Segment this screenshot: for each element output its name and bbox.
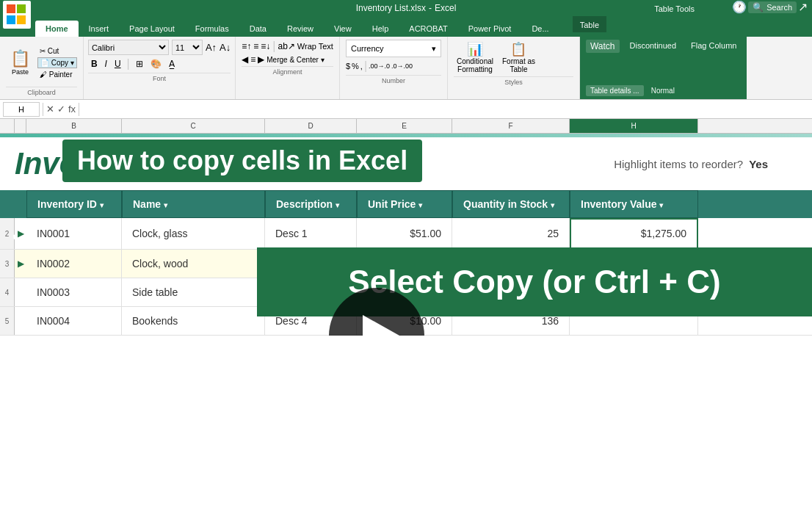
italic-button[interactable]: I xyxy=(102,58,110,70)
tab-insert[interactable]: Insert xyxy=(79,21,120,37)
share-icon[interactable]: ↗ xyxy=(798,0,808,14)
font-size-selector[interactable]: 11 xyxy=(172,40,203,55)
highlight-label: Highlight items to reorder? xyxy=(614,158,743,170)
header-inventory-id[interactable]: Inventory ID ▾ xyxy=(26,190,122,218)
comma-format-button[interactable]: , xyxy=(360,62,363,70)
tab-acrobat[interactable]: ACROBAT xyxy=(399,21,457,37)
font-grow-button[interactable]: A↑ xyxy=(206,42,217,53)
row-indicator: ▶ xyxy=(15,250,26,278)
col-header-f[interactable]: F xyxy=(452,119,570,133)
clock-icon[interactable]: 🕐 xyxy=(732,0,747,14)
cell-name[interactable]: Clock, glass xyxy=(122,218,265,249)
tab-page-layout[interactable]: Page Layout xyxy=(119,21,185,37)
header-unit-price[interactable]: Unit Price ▾ xyxy=(357,190,452,218)
row-indicator xyxy=(15,307,26,335)
cell-id[interactable]: IN0004 xyxy=(26,307,122,335)
clipboard-group: 📋 Paste ✂ Cut 📄 Copy ▾ 🖌 Painter Clipboa… xyxy=(0,37,84,99)
paste-button[interactable]: 📋 Paste xyxy=(6,48,35,77)
row-indicator xyxy=(15,278,26,306)
align-top-button[interactable]: ≡↑ xyxy=(242,41,251,51)
merge-center-button[interactable]: Merge & Center ▾ xyxy=(267,56,324,64)
highlight-value: Yes xyxy=(749,158,768,170)
search-label: Search xyxy=(766,3,792,12)
fill-color-button[interactable]: 🎨 xyxy=(148,58,164,70)
windows-logo[interactable] xyxy=(3,1,31,29)
conditional-formatting-button[interactable]: 📊 Conditional Formatting xyxy=(454,40,496,75)
dollar-format-button[interactable]: $ xyxy=(346,62,350,70)
align-bottom-button[interactable]: ≡↓ xyxy=(261,41,270,51)
tab-review[interactable]: Review xyxy=(277,21,324,37)
cell-qty[interactable]: 25 xyxy=(452,218,570,249)
table-details-button[interactable]: Table details ... xyxy=(586,85,644,96)
cell-price[interactable]: $51.00 xyxy=(357,218,452,249)
font-color-button[interactable]: A̲ xyxy=(166,58,178,70)
cell-name[interactable]: Clock, wood xyxy=(122,250,265,278)
cell-id[interactable]: IN0002 xyxy=(26,250,122,278)
font-selector[interactable]: Calibri xyxy=(88,40,169,55)
cell-reference-input[interactable] xyxy=(3,102,40,117)
align-left-button[interactable]: ◀ xyxy=(242,54,248,65)
decrease-decimal-button[interactable]: .00→.0 xyxy=(369,62,390,70)
tab-view[interactable]: View xyxy=(324,21,362,37)
header-quantity[interactable]: Quantity in Stock ▾ xyxy=(452,190,570,218)
format-painter-button[interactable]: 🖌 Painter xyxy=(37,70,77,79)
border-button[interactable]: ⊞ xyxy=(133,58,146,70)
font-shrink-button[interactable]: A↓ xyxy=(220,42,231,53)
watch-button[interactable]: Watch xyxy=(586,40,620,53)
title-bar-app: Excel xyxy=(435,3,456,13)
title-bar-separator: - xyxy=(429,3,432,13)
font-group: Calibri 11 A↑ A↓ B I U | ⊞ 🎨 A̲ Font xyxy=(84,37,236,99)
bold-button[interactable]: B xyxy=(88,58,101,70)
tab-data[interactable]: Data xyxy=(239,21,277,37)
tab-design[interactable]: De... xyxy=(521,21,559,37)
underline-button[interactable]: U xyxy=(112,58,124,70)
search-box[interactable]: 🔍 Search xyxy=(748,1,797,13)
table-tab[interactable]: Table xyxy=(580,21,599,29)
header-inventory-value[interactable]: Inventory Value ▾ xyxy=(570,190,698,218)
formula-cancel-icon[interactable]: ✕ xyxy=(46,104,54,115)
play-triangle xyxy=(363,315,399,336)
number-label: Number xyxy=(346,75,441,84)
formula-input[interactable]: =[@[Unit Price xyxy=(82,104,809,115)
cut-button[interactable]: ✂ Cut xyxy=(37,46,77,56)
formula-insert-icon[interactable]: fx xyxy=(68,104,76,115)
tab-home[interactable]: Home xyxy=(35,21,79,37)
cell-id[interactable]: IN0001 xyxy=(26,218,122,249)
format-as-table-button[interactable]: 📋 Format as Table xyxy=(499,40,538,75)
increase-decimal-button[interactable]: .0→.00 xyxy=(391,62,413,70)
copy-button[interactable]: 📄 Copy ▾ xyxy=(37,57,77,68)
formula-confirm-icon[interactable]: ✓ xyxy=(57,104,65,115)
flag-column-button[interactable]: Flag Column xyxy=(686,40,741,51)
tab-power-pivot[interactable]: Power Pivot xyxy=(458,21,522,37)
col-header-g[interactable]: H xyxy=(570,119,698,133)
align-center-button[interactable]: ≡ xyxy=(250,54,255,65)
formula-bar: ✕ ✓ fx =[@[Unit Price xyxy=(0,100,812,119)
cell-id[interactable]: IN0003 xyxy=(26,278,122,306)
alignment-group: ≡↑ ≡ ≡↓ | ab↗ Wrap Text ◀ ≡ ▶ Merge & Ce… xyxy=(236,37,340,99)
cell-desc[interactable]: Desc 1 xyxy=(265,218,357,249)
tab-help[interactable]: Help xyxy=(362,21,399,37)
percent-format-button[interactable]: % xyxy=(352,62,359,70)
table-tools-group: Watch Discontinued Flag Column Table det… xyxy=(580,37,747,99)
tab-formulas[interactable]: Formulas xyxy=(185,21,239,37)
align-right-button[interactable]: ▶ xyxy=(258,54,264,65)
clipboard-label: Clipboard xyxy=(6,87,77,96)
cell-name[interactable]: Side table xyxy=(122,278,265,306)
currency-dropdown[interactable]: Currency ▾ xyxy=(346,40,441,57)
col-header-d[interactable]: D xyxy=(265,119,357,133)
wrap-text-button[interactable]: Wrap Text xyxy=(297,42,333,51)
normal-button[interactable]: Normal xyxy=(647,85,679,96)
cell-value[interactable]: $1,275.00 xyxy=(570,218,698,249)
discontinued-button[interactable]: Discontinued xyxy=(626,40,681,51)
styles-label: Styles xyxy=(454,76,573,86)
angle-text-button[interactable]: ab↗ xyxy=(278,41,294,51)
table-row: 2▶IN0001Clock, glassDesc 1$51.0025$1,275… xyxy=(0,218,812,250)
header-name[interactable]: Name ▾ xyxy=(122,190,265,218)
col-header-e[interactable]: E xyxy=(357,119,452,133)
col-header-b[interactable]: B xyxy=(26,119,122,133)
align-middle-button[interactable]: ≡ xyxy=(253,41,258,51)
col-header-c[interactable]: C xyxy=(122,119,265,133)
cell-name[interactable]: Bookends xyxy=(122,307,265,335)
table-tools-label: Table Tools xyxy=(654,4,695,13)
header-description[interactable]: Description ▾ xyxy=(265,190,357,218)
